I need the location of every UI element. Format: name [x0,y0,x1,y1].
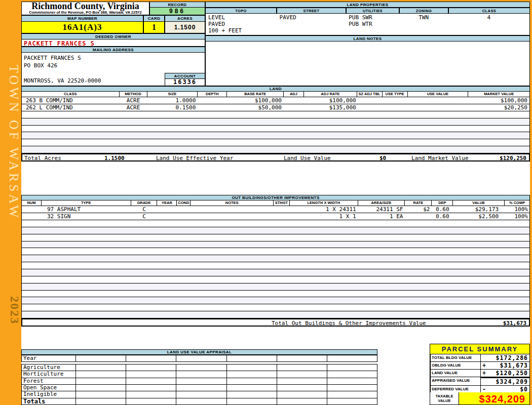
parcel-summary-title: PARCEL SUMMARY [430,344,530,354]
notes-cell [191,206,274,213]
empty-row [22,284,529,291]
appraisal-cell [176,364,226,371]
col-method: METHOD [120,92,147,97]
appraisal-cell [176,398,226,404]
use-value-cell [407,104,468,111]
card-value: 1 [143,22,165,33]
appraisal-cell [227,355,277,361]
appraisal-cell [327,355,377,361]
mailing-address-label: MAILING ADDRESS [21,47,205,53]
land-properties-table: LAND PROPERTIES TOPO STREET UTILITIES ZO… [205,2,530,35]
empty-row [22,311,529,318]
type-cell: 97 ASPHALT [42,206,131,213]
base-rate-cell: $100,000 [227,97,284,104]
appraisal-row-label: Year [22,355,76,361]
col-cond: COND [177,200,191,206]
col-adj-rate: ADJ RATE [304,92,357,97]
land-notes-label: LAND NOTES [205,35,530,42]
appraisal-row: Ineligible [21,391,377,398]
topo-value: PAVED [206,21,277,27]
appraisal-cell [176,385,226,391]
col-value: VALUE [453,200,505,206]
type-cell: 32 SIGN [42,213,131,220]
dep-cell: 0.60 [432,213,453,220]
zoning-value [399,27,448,34]
effective-year-label: Land Use Effective Year [156,155,233,161]
appraisal-cell [126,398,176,404]
value-cell: $2,500 [453,213,505,220]
col-use-type: USE TYPE [383,92,408,97]
address-line: PO BOX 426 [24,62,205,69]
adj-cell [284,104,304,111]
appraisal-cell [176,391,226,397]
empty-row [22,297,529,304]
appraisal-cells [76,398,377,404]
appraisal-row-label: Agriculture [22,364,76,371]
class-cell: 263 B COMM/IND [22,97,120,104]
acres-value: 1.1500 [165,22,205,33]
appraisal-cells [76,364,377,371]
parcel-summary-rows: TOTAL BLDG VALUE $172,286 OBLDG VALUE +$… [430,354,530,392]
size-cell: 1.0000 [147,97,198,104]
empty-row [22,276,529,284]
length-width-cell: 1 X 1 [290,213,358,220]
map-number-value: 16A1(A)3 [21,22,143,33]
col-num: NUM [22,200,42,206]
taxable-value-row: TAXABLE VALUE $324,209 [430,392,530,405]
ob-total-value: $31,673 [503,320,526,327]
appraisal-cells [76,391,377,397]
appraisal-cell [327,391,377,397]
appraisal-cell [76,364,126,371]
sz-adj-tbl-cell [357,104,383,111]
appraisal-row: Agriculture [21,364,377,371]
appraisal-totals-row: Totals [21,398,377,405]
col-length-x-width: LENGTH X WIDTH [290,200,358,206]
empty-row [22,220,529,227]
out-buildings-title: OUT BUILDINGS/OTHER IMPROVEMENTS [21,195,530,200]
utilities-value [346,27,399,34]
col-dep: DEP [432,200,453,206]
col-use-value: USE VALUE [408,92,469,97]
out-buildings-data-rows: 97 ASPHALT C 1 X 24311 24311 SF $2 0.60 … [21,206,530,220]
summary-row: TOTAL BLDG VALUE $172,286 [430,354,529,362]
summary-row: LAND VALUE +$120,250 [430,370,529,377]
empty-row [22,269,529,276]
col-class: CLASS [448,8,530,14]
num-cell [22,206,42,213]
summary-op: + [482,370,486,377]
empty-row [22,146,529,153]
use-type-cell [383,104,408,111]
land-properties-data: LEVEL PAVED PUB SWR TWN 4 PAVED PUB WTR … [205,14,530,35]
out-building-row: 97 ASPHALT C 1 X 24311 24311 SF $2 0.60 … [21,206,530,213]
appraisal-cell [327,398,377,404]
appraisal-cells [76,385,377,391]
length-width-cell: 1 X 24311 [290,206,358,213]
col-type: TYPE [42,200,131,206]
zoning-value [399,21,448,27]
zoning-value: TWN [399,14,448,21]
grade-cell: C [131,206,158,213]
appraisal-row-label: Open Space [22,385,76,391]
appraisal-row-label: Horticulture [22,371,76,377]
empty-row [22,111,529,118]
col-area-size: AREA/SIZE [358,200,405,206]
summary-op: + [482,362,486,369]
summary-label: OBLDG VALUE [430,362,481,370]
out-buildings-header-row: NUM TYPE GRADE YEAR COND NOTES STHGT LEN… [21,200,530,206]
land-properties-row: 100 + FEET [206,27,529,34]
deeded-owner-name: PACKETT FRANCES S [21,39,205,47]
appraisal-cell [76,398,126,404]
taxable-value-label: TAXABLE VALUE [430,392,459,404]
appraisal-cell [227,385,277,391]
land-data-rows: 263 B COMM/IND ACRE 1.0000 $100,000 $100… [21,97,530,111]
adj-cell [284,97,304,104]
land-use-value: $0 [379,155,386,161]
land-use-appraisal-title: LAND USE VALUE APPRAISAL [21,349,377,355]
col-sz-adj-tbl: SZ ADJ TBL [357,92,383,97]
sthgt-cell [274,206,290,213]
cond-cell [177,206,191,213]
appraisal-cell [327,371,377,377]
land-empty-rows [21,111,530,153]
land-section-title: LAND [21,86,530,92]
empty-row [22,304,529,311]
